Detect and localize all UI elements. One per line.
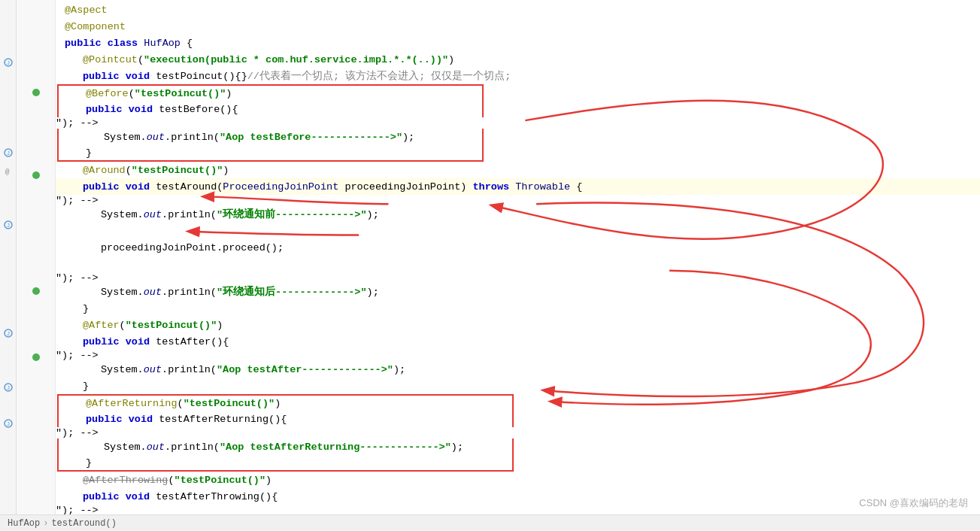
gutter-row-15 (17, 233, 55, 250)
code-line-19: public void testAfter(){ (56, 333, 980, 350)
code-line-4: @Pointcut("execution(public * com.huf.se… (56, 51, 980, 68)
watermark: CSDN @喜欢编码的老胡 (859, 496, 968, 510)
gutter-row-5 (17, 68, 55, 84)
sidebar-icon-20: J (4, 379, 13, 396)
gutter-row-19 (17, 299, 55, 316)
gutter-row-14 (17, 217, 55, 233)
svg-point-15 (32, 287, 40, 295)
sidebar-icon-7: J (4, 144, 13, 161)
code-line-12: System.out.println("环绕通知前------------->"… (56, 206, 980, 223)
gutter-row-2 (17, 18, 55, 35)
left-sidebar: J J @ J J (0, 0, 17, 514)
svg-text:J: J (6, 59, 10, 66)
gutter-row-27 (17, 432, 55, 448)
code-line-2: @Component (56, 18, 980, 35)
svg-point-16 (32, 353, 40, 361)
breadcrumb-class: HufAop (8, 518, 40, 529)
gutter-row-28 (17, 448, 55, 465)
gutter-row-23 (17, 366, 55, 382)
svg-text:J: J (6, 384, 10, 391)
code-line-24: System.out.println("Aop testAfterReturni… (57, 438, 514, 455)
gutter-row-11 (17, 167, 55, 184)
svg-text:@: @ (5, 168, 10, 175)
code-line-23: public void testAfterReturning(){ (57, 411, 514, 427)
gutter-row-22 (17, 349, 55, 366)
gutter-row-1 (17, 2, 55, 18)
breadcrumb: HufAop › testAround() (8, 518, 117, 529)
code-line-21: } (56, 378, 980, 394)
gutter-row-30 (17, 481, 55, 498)
code-line-11: public void testAround(ProceedingJoinPoi… (56, 178, 980, 195)
gutter-row-3 (17, 35, 55, 51)
svg-text:J: J (6, 330, 10, 337)
code-line-8: System.out.println("Aop testBefore------… (57, 129, 484, 145)
breadcrumb-separator: › (43, 518, 48, 529)
gutter-row-25 (17, 399, 55, 415)
sidebar-icon-2: J (4, 54, 13, 71)
gutter-row-10 (17, 150, 55, 167)
gutter-row-8 (17, 117, 55, 134)
gutter-row-17 (17, 266, 55, 283)
bottom-status-bar: HufAop › testAround() (0, 514, 980, 531)
svg-text:J: J (6, 150, 10, 156)
breadcrumb-method: testAround() (51, 518, 116, 529)
gutter-row-4 (17, 51, 55, 68)
code-line-1: @Aspect (56, 2, 980, 18)
gutter-row-29 (17, 465, 55, 481)
code-line-13 (56, 223, 980, 239)
code-line-20: System.out.println("Aop testAfter-------… (56, 361, 980, 378)
code-line-10: @Around("testPoincut()") (56, 162, 980, 178)
sidebar-icon-11: J (4, 217, 13, 233)
editor-container: J J @ J J (0, 0, 980, 531)
gutter-row-20 (17, 316, 55, 332)
svg-text:J: J (6, 222, 10, 229)
code-content-area: @Aspect @Component public class HufAop {… (56, 0, 980, 514)
code-line-6: @Before("testPoincut()") (57, 84, 484, 101)
sidebar-icon-22: J (4, 415, 13, 432)
gutter-row-9 (17, 134, 55, 150)
code-line-14: proceedingJoinPoint.proceed(); (56, 239, 980, 256)
svg-point-13 (32, 89, 40, 96)
code-line-26: @AfterThrowing("testPoincut()") (56, 472, 980, 488)
code-line-27: public void testAfterThrowing(){ (56, 488, 980, 505)
code-line-9: } (57, 145, 484, 162)
gutter-row-24 (17, 382, 55, 399)
code-area: J J @ J J (0, 0, 980, 514)
code-line-5: public void testPoincut(){}//代表着一个切点; 该方… (56, 68, 980, 84)
code-line-3: public class HufAop { (56, 35, 980, 51)
gutter-row-16 (17, 250, 55, 266)
code-line-18: @After("testPoincut()") (56, 317, 980, 333)
line-numbers-gutter (17, 0, 56, 514)
gutter-row-7 (17, 101, 55, 117)
svg-text:J: J (6, 420, 10, 427)
gutter-row-6 (17, 84, 55, 101)
gutter-row-18 (17, 283, 55, 299)
code-line-15 (56, 256, 980, 272)
gutter-row-13 (17, 200, 55, 217)
gutter-row-26 (17, 415, 55, 432)
sidebar-icon-17: J (4, 325, 13, 341)
code-line-22: @AfterReturning("testPoincut()") (57, 394, 514, 411)
gutter-row-21 (17, 332, 55, 349)
code-line-17: } (56, 300, 980, 317)
gutter-row-12 (17, 184, 55, 200)
code-line-25: } (57, 455, 514, 472)
code-line-16: System.out.println("环绕通知后------------->"… (56, 284, 980, 300)
sidebar-icon-8: @ (4, 162, 13, 179)
code-line-7: public void testBefore(){ (57, 101, 484, 117)
svg-point-14 (32, 171, 40, 179)
